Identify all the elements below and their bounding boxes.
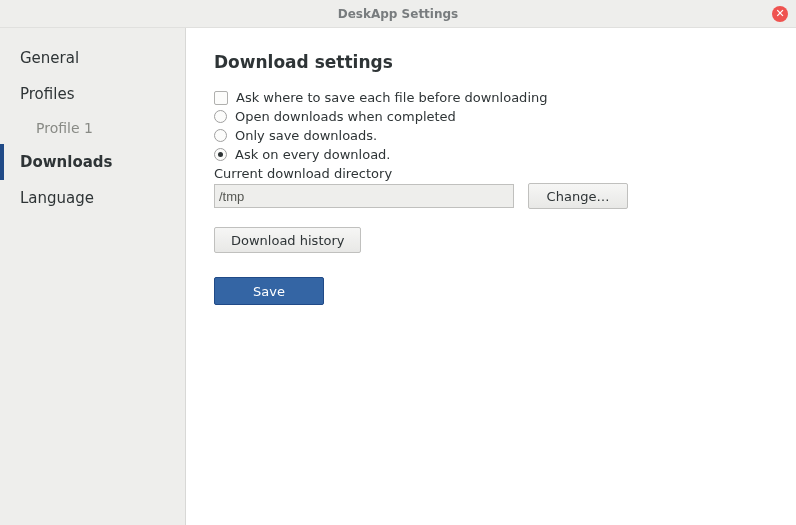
sidebar-item-general[interactable]: General [0,40,185,76]
checkbox-label: Ask where to save each file before downl… [236,90,547,105]
checkbox-ask-where[interactable]: Ask where to save each file before downl… [214,90,768,105]
dir-label: Current download directory [214,166,768,181]
window-title: DeskApp Settings [338,7,459,21]
sidebar-item-label: Profiles [20,85,74,103]
save-button[interactable]: Save [214,277,324,305]
radio-icon [214,110,227,123]
button-label: Change… [547,189,610,204]
radio-open-completed[interactable]: Open downloads when completed [214,109,768,124]
radio-only-save[interactable]: Only save downloads. [214,128,768,143]
download-history-button[interactable]: Download history [214,227,361,253]
dir-row: Change… [214,183,768,209]
radio-icon [214,148,227,161]
radio-label: Ask on every download. [235,147,391,162]
download-directory-input[interactable] [214,184,514,208]
sidebar-item-label: Downloads [20,153,113,171]
radio-label: Only save downloads. [235,128,377,143]
radio-icon [214,129,227,142]
button-label: Download history [231,233,344,248]
sidebar-item-label: Profile 1 [36,120,93,136]
change-button[interactable]: Change… [528,183,628,209]
sidebar: General Profiles Profile 1 Downloads Lan… [0,28,186,525]
sidebar-subitem-profile1[interactable]: Profile 1 [0,112,185,144]
sidebar-item-profiles[interactable]: Profiles [0,76,185,112]
main-container: General Profiles Profile 1 Downloads Lan… [0,28,796,525]
titlebar: DeskApp Settings ✕ [0,0,796,28]
button-label: Save [253,284,285,299]
radio-label: Open downloads when completed [235,109,456,124]
section-header: Download settings [214,52,768,72]
sidebar-item-label: Language [20,189,94,207]
sidebar-item-downloads[interactable]: Downloads [0,144,185,180]
radio-ask-every[interactable]: Ask on every download. [214,147,768,162]
content-pane: Download settings Ask where to save each… [186,28,796,525]
checkbox-icon [214,91,228,105]
sidebar-item-label: General [20,49,79,67]
sidebar-item-language[interactable]: Language [0,180,185,216]
close-icon[interactable]: ✕ [772,6,788,22]
